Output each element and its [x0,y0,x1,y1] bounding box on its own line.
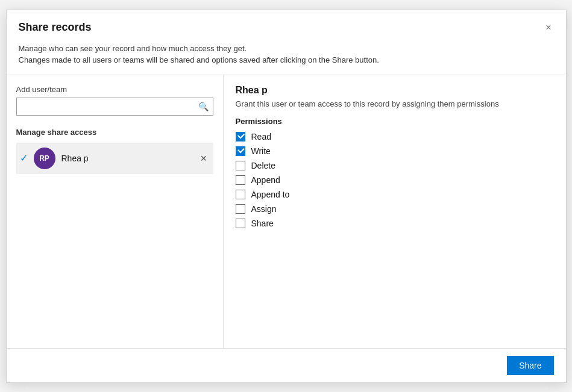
right-panel: Rhea p Grant this user or team access to… [224,75,566,348]
left-panel: Add user/team 🔍 Manage share access ✓ RP… [7,75,224,348]
share-records-dialog: Share records × Manage who can see your … [6,10,567,383]
permission-checkbox-append[interactable] [236,175,245,185]
close-icon: ✕ [200,154,207,163]
remove-user-button[interactable]: ✕ [198,152,210,164]
share-button[interactable]: Share [507,356,553,375]
permission-checkbox-assign[interactable] [236,204,245,214]
permission-label: Share [251,219,274,228]
permission-item: Share [236,219,554,228]
selected-user-title: Rhea p [236,85,554,96]
permission-checkbox-write[interactable] [236,146,245,156]
permission-label: Write [251,146,271,156]
permissions-list: ReadWriteDeleteAppendAppend toAssignShar… [236,132,554,228]
user-name: Rhea p [61,154,192,163]
dialog-title: Share records [19,21,92,34]
user-list-item[interactable]: ✓ RP Rhea p ✕ [16,143,213,174]
permission-label: Delete [251,161,275,170]
dialog-body: Add user/team 🔍 Manage share access ✓ RP… [7,75,566,348]
permission-label: Append [251,175,280,185]
permission-checkbox-share[interactable] [236,219,245,228]
search-button[interactable]: 🔍 [198,102,209,111]
permission-item: Append to [236,190,554,199]
permission-item: Write [236,146,554,156]
dialog-footer: Share [7,348,566,382]
selected-check-icon: ✓ [20,152,28,164]
permission-label: Assign [251,204,277,214]
search-input[interactable] [16,98,213,116]
permission-item: Read [236,132,554,142]
permission-item: Assign [236,204,554,214]
manage-share-access-label: Manage share access [16,128,213,137]
add-user-label: Add user/team [16,85,213,94]
avatar: RP [34,148,55,169]
search-icon: 🔍 [198,102,209,111]
subtitle-line2: Changes made to all users or teams will … [19,54,554,66]
permission-label: Read [251,132,271,142]
permission-item: Append [236,175,554,185]
permission-checkbox-read[interactable] [236,132,245,142]
permission-item: Delete [236,161,554,170]
permission-checkbox-delete[interactable] [236,161,245,170]
permission-checkbox-append-to[interactable] [236,190,245,199]
dialog-subtitle: Manage who can see your record and how m… [7,43,566,75]
grant-description: Grant this user or team access to this r… [236,99,554,108]
subtitle-line1: Manage who can see your record and how m… [19,43,554,55]
dialog-header: Share records × [7,10,566,43]
search-container: 🔍 [16,98,213,116]
close-dialog-button[interactable]: × [543,20,553,36]
permission-label: Append to [251,190,290,199]
permissions-label: Permissions [236,117,554,126]
